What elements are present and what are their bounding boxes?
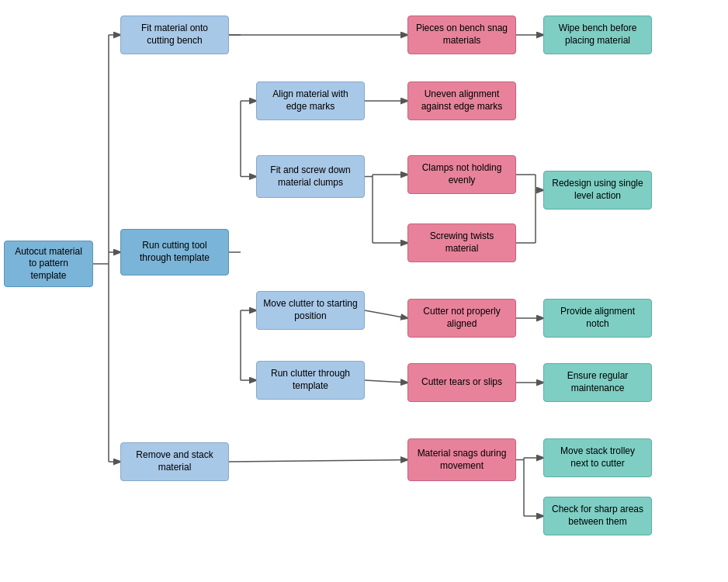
svg-line-15 xyxy=(365,310,407,318)
node-p2: Uneven alignment against edge marks xyxy=(407,81,516,120)
diagram: Autocut material to pattern templateFit … xyxy=(0,0,728,582)
node-n2: Run cutting tool through template xyxy=(120,229,229,275)
node-s5: Move stack trolley next to cutter xyxy=(543,438,652,477)
node-s1: Wipe bench before placing material xyxy=(543,16,652,54)
node-n1: Fit material onto cutting bench xyxy=(120,16,229,54)
node-s3: Provide alignment notch xyxy=(543,299,652,338)
node-p1: Pieces on bench snag materials xyxy=(407,16,516,54)
node-n2b: Run clutter through template xyxy=(256,361,365,400)
svg-line-16 xyxy=(365,380,407,383)
node-p3: Clamps not holding evenly xyxy=(407,155,516,194)
node-s4: Ensure regular maintenance xyxy=(543,363,652,402)
node-p5: Cutter not properly aligned xyxy=(407,299,516,338)
node-n3: Remove and stack material xyxy=(120,442,229,481)
node-s6: Check for sharp areas between them xyxy=(543,497,652,535)
node-n2a: Move clutter to starting position xyxy=(256,291,365,330)
node-s2: Redesign using single level action xyxy=(543,171,652,210)
node-n1a: Align material with edge marks xyxy=(256,81,365,120)
node-p4: Screwing twists material xyxy=(407,223,516,262)
node-n1b: Fit and screw down material clumps xyxy=(256,155,365,198)
node-p6: Cutter tears or slips xyxy=(407,363,516,402)
node-root: Autocut material to pattern template xyxy=(4,241,93,287)
svg-line-19 xyxy=(229,460,407,462)
node-p7: Material snags during movement xyxy=(407,438,516,481)
